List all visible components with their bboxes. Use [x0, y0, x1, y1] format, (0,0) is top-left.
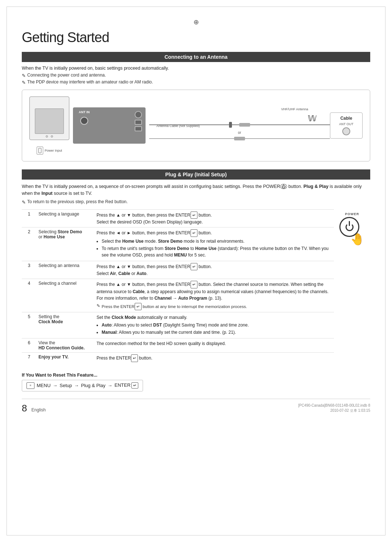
table-row: 4 Selecting a channel Press the ▲ or ▼ b… [22, 279, 334, 312]
step-4-num: 4 [22, 279, 36, 312]
antenna-icon: 𝕎 [308, 114, 315, 123]
reset-section: If You Want to Reset This Feature... ≡ M… [22, 373, 370, 391]
table-row: 7 Enjoy your TV. Press the ENTER↵ button… [22, 353, 334, 364]
reset-plug-play: Plug & Play [81, 383, 105, 388]
step-3-desc: Press the ▲ or ▼ button, then press the … [94, 261, 334, 279]
step-7-label: Enjoy your TV. [36, 353, 94, 364]
footer-lang: English [31, 407, 45, 412]
footer-date: 2010-07-02 오후 1:03:15 [330, 408, 370, 413]
note-icon-3: ✎ [22, 200, 26, 205]
tv-screen [35, 108, 64, 134]
reset-title: If You Want to Reset This Feature... [22, 373, 370, 378]
section-antenna: Connecting to an Antenna When the TV is … [22, 52, 370, 161]
page-footer: 8 English [PC490-Canada]BN68-03114B-00L0… [22, 399, 370, 414]
table-row: 3 Selecting an antenna Press the ▲ or ▼ … [22, 261, 334, 279]
power-button-area: POWER 🤚 [334, 209, 370, 369]
footer-page-num: 8 [22, 403, 27, 414]
note-icon-1: ✎ [22, 73, 26, 78]
compass-top-icon: ⊕ [22, 18, 370, 26]
power-text-label: POWER [345, 212, 359, 216]
tv-illustration [29, 97, 69, 140]
step-3-num: 3 [22, 261, 36, 279]
footer-file: [PC490-Canada]BN68-03114B-00L02.indb 8 [298, 403, 370, 407]
steps-area: 1 Selecting a language Press the ▲ or ▼ … [22, 209, 370, 369]
back-panel: ANT IN [73, 107, 146, 144]
note-icon-2: ✎ [22, 80, 26, 85]
antenna-note2: ✎ The PDP device may interfere with an a… [22, 79, 370, 85]
ant-cable-label: Antenna Cable (Not Supplied) [156, 124, 200, 128]
step-7-num: 7 [22, 353, 36, 364]
cable-title: Cable [335, 116, 358, 121]
antenna-note1: ✎ Connecting the power cord and antenna. [22, 73, 370, 78]
steps-table: 1 Selecting a language Press the ▲ or ▼ … [22, 209, 334, 364]
reset-arrow3: → [107, 383, 112, 388]
step-5-desc: Set the Clock Mode automatically or manu… [94, 312, 334, 338]
plug-play-intro: When the TV is initially powered on, a s… [22, 183, 370, 197]
step-4-desc: Press the ▲ or ▼ button, then press the … [94, 279, 334, 312]
table-row: 5 Setting theClock Mode Set the Clock Mo… [22, 312, 334, 338]
section-antenna-header: Connecting to an Antenna [22, 52, 370, 62]
reset-arrow1: → [53, 383, 57, 388]
step-5-num: 5 [22, 312, 36, 338]
step-1-num: 1 [22, 209, 36, 227]
step-4-label: Selecting a channel [36, 279, 94, 312]
table-row: 6 View theHD Connection Guide. The conne… [22, 338, 334, 353]
antenna-diagram: Power Input ANT IN VHF/UHF A [22, 90, 370, 161]
antenna-intro: When the TV is initially powered on, bas… [22, 66, 370, 71]
step-7-desc: Press the ENTER↵ button. [94, 353, 334, 364]
or-label: or [238, 131, 241, 135]
reset-menu-label: MENU [37, 383, 50, 388]
reset-setup: Setup [60, 383, 72, 388]
step-1-desc: Press the ▲ or ▼ button, then press the … [94, 209, 334, 227]
ant-in-label: ANT IN [79, 110, 90, 114]
ant-port [80, 117, 88, 125]
reset-menu-line: ≡ MENU → Setup → Plug & Play → ENTER↵ [22, 380, 143, 391]
ant-out-label: ANT OUT [335, 122, 358, 126]
step-2-num: 2 [22, 227, 36, 261]
step-5-label: Setting theClock Mode [36, 312, 94, 338]
step-3-label: Selecting an antenna [36, 261, 94, 279]
page-title: Getting Started [22, 30, 370, 45]
menu-icon: ≡ [26, 382, 34, 389]
reset-enter: ENTER↵ [114, 382, 138, 389]
step-2-label: Selecting Store Demoor Home Use [36, 227, 94, 261]
reset-arrow2: → [74, 383, 79, 388]
step-1-label: Selecting a language [36, 209, 94, 227]
power-input-label: Power Input [45, 149, 62, 152]
vhf-label: VHF/UHF Antenna [281, 107, 308, 111]
step-6-num: 6 [22, 338, 36, 353]
plug-play-note: ✎ To return to the previous step, press … [22, 199, 370, 205]
step-2-desc: Press the ◄ or ► button, then press the … [94, 227, 334, 261]
section-plug-play: Plug & Play (Initial Setup) When the TV … [22, 169, 370, 391]
section-plug-play-header: Plug & Play (Initial Setup) [22, 169, 370, 180]
step-note-icon: ✎ [97, 303, 100, 311]
table-row: 2 Selecting Store Demoor Home Use Press … [22, 227, 334, 261]
step-6-desc: The connection method for the best HD sc… [94, 338, 334, 353]
table-row: 1 Selecting a language Press the ▲ or ▼ … [22, 209, 334, 227]
steps-main: 1 Selecting a language Press the ▲ or ▼ … [22, 209, 334, 369]
cable-box: Cable ANT OUT [330, 112, 363, 139]
cable-port [342, 127, 350, 135]
step-6-label: View theHD Connection Guide. [36, 338, 94, 353]
